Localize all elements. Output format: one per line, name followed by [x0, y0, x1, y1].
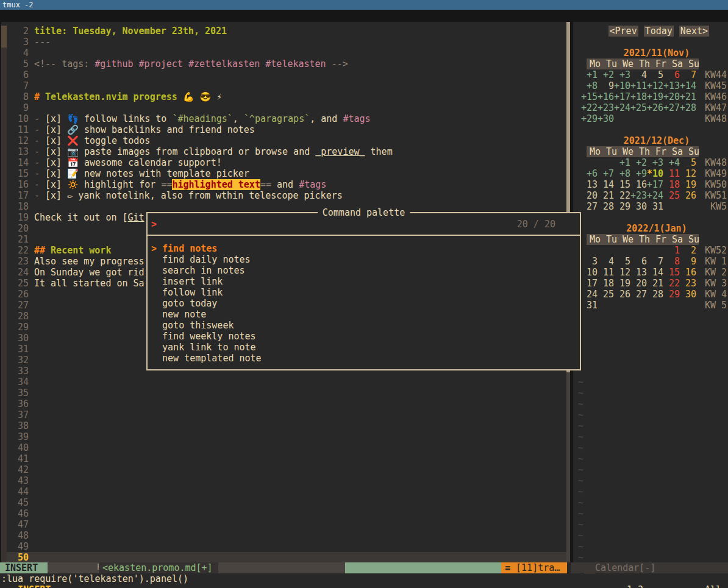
day-number[interactable]: 13: [587, 179, 598, 190]
calendar-day[interactable]: +26: [647, 102, 663, 113]
calendar-day[interactable]: +2: [630, 157, 647, 168]
day-number[interactable]: 19: [685, 179, 696, 190]
day-number[interactable]: 3: [592, 256, 598, 267]
day-number[interactable]: +8: [619, 168, 630, 179]
palette-item[interactable]: search in notes: [151, 265, 580, 276]
calendar-day[interactable]: 18: [663, 179, 680, 190]
day-number[interactable]: 21: [603, 190, 614, 201]
palette-item[interactable]: find weekly notes: [151, 331, 580, 342]
day-number[interactable]: 10: [587, 267, 598, 278]
calendar-day[interactable]: 5: [614, 256, 630, 267]
day-number[interactable]: 26: [619, 289, 630, 300]
day-number[interactable]: 11: [669, 168, 680, 179]
calendar-day[interactable]: +12: [647, 80, 663, 91]
calendar-day[interactable]: 8: [663, 256, 680, 267]
day-number[interactable]: 25: [669, 190, 680, 201]
day-number[interactable]: 6: [674, 69, 680, 80]
calendar-day[interactable]: *10: [647, 168, 663, 179]
calendar-day[interactable]: 15: [614, 179, 630, 190]
calendar-day[interactable]: 25: [663, 190, 680, 201]
palette-item[interactable]: > find notes: [151, 243, 580, 254]
today-button[interactable]: Today: [644, 26, 674, 37]
calendar-day[interactable]: 21: [598, 190, 614, 201]
calendar-day[interactable]: +19: [647, 91, 663, 102]
calendar-day[interactable]: 10: [581, 267, 598, 278]
calendar-day[interactable]: 27: [630, 289, 647, 300]
day-number[interactable]: 5: [658, 69, 663, 80]
day-number[interactable]: +17: [647, 179, 663, 190]
calendar-day[interactable]: 4: [630, 69, 647, 80]
day-number[interactable]: +7: [603, 168, 614, 179]
day-number[interactable]: +1: [619, 157, 630, 168]
calendar-day[interactable]: 16: [680, 267, 696, 278]
day-number[interactable]: 26: [685, 190, 696, 201]
calendar-day[interactable]: +3: [647, 157, 663, 168]
calendar-day[interactable]: 5: [680, 157, 696, 168]
day-number[interactable]: 20: [636, 278, 647, 289]
calendar-day[interactable]: 14: [598, 179, 614, 190]
day-number[interactable]: +26: [647, 102, 663, 113]
day-number[interactable]: 15: [619, 179, 630, 190]
calendar-day[interactable]: +27: [663, 102, 680, 113]
calendar-day[interactable]: +3: [614, 69, 630, 80]
day-number[interactable]: +16: [598, 91, 614, 102]
day-number[interactable]: 30: [636, 201, 647, 212]
day-number[interactable]: +8: [587, 80, 598, 91]
calendar-day[interactable]: 7: [647, 256, 663, 267]
day-number[interactable]: 22: [669, 278, 680, 289]
day-number[interactable]: 2: [691, 245, 696, 256]
calendar-day[interactable]: +1: [614, 157, 630, 168]
day-number[interactable]: 6: [641, 256, 647, 267]
calendar-day[interactable]: +23: [630, 190, 647, 201]
calendar-day[interactable]: +8: [581, 80, 598, 91]
calendar-day[interactable]: +25: [630, 102, 647, 113]
day-number[interactable]: +13: [663, 80, 680, 91]
palette-item[interactable]: yank link to note: [151, 342, 580, 353]
calendar-day[interactable]: +21: [680, 91, 696, 102]
day-number[interactable]: 14: [652, 267, 663, 278]
calendar-day[interactable]: +17: [647, 179, 663, 190]
day-number[interactable]: +9: [636, 168, 647, 179]
day-number[interactable]: 14: [603, 179, 614, 190]
day-number[interactable]: +3: [652, 157, 663, 168]
day-number[interactable]: 22: [619, 190, 630, 201]
calendar-day[interactable]: 2: [680, 245, 696, 256]
day-number[interactable]: 4: [608, 256, 614, 267]
calendar-day[interactable]: +13: [663, 80, 680, 91]
calendar-day[interactable]: 29: [614, 201, 630, 212]
day-number[interactable]: +2: [636, 157, 647, 168]
calendar-day[interactable]: 30: [680, 289, 696, 300]
calendar-day[interactable]: 9: [680, 256, 696, 267]
day-number[interactable]: 29: [619, 201, 630, 212]
calendar-day[interactable]: 5: [647, 69, 663, 80]
day-number[interactable]: +19: [647, 91, 663, 102]
calendar-day[interactable]: 20: [581, 190, 598, 201]
calendar-day[interactable]: 4: [598, 256, 614, 267]
calendar-day[interactable]: +29: [581, 113, 598, 124]
calendar-day[interactable]: 13: [630, 267, 647, 278]
palette-item[interactable]: new note: [151, 309, 580, 320]
day-number[interactable]: 18: [603, 278, 614, 289]
palette-item[interactable]: find daily notes: [151, 254, 580, 265]
calendar-day[interactable]: 31: [581, 300, 598, 311]
day-number[interactable]: 27: [587, 201, 598, 212]
calendar-day[interactable]: 11: [663, 168, 680, 179]
calendar-day[interactable]: 16: [630, 179, 647, 190]
day-number[interactable]: 31: [587, 300, 598, 311]
day-number[interactable]: 30: [685, 289, 696, 300]
calendar-day[interactable]: +9: [630, 168, 647, 179]
day-number[interactable]: 18: [669, 179, 680, 190]
calendar-day[interactable]: 19: [680, 179, 696, 190]
day-number[interactable]: +6: [587, 168, 598, 179]
calendar-day[interactable]: 14: [647, 267, 663, 278]
calendar-day[interactable]: 23: [680, 278, 696, 289]
day-number[interactable]: 1: [674, 245, 680, 256]
day-number[interactable]: 7: [691, 69, 696, 80]
calendar-day[interactable]: +23: [598, 102, 614, 113]
calendar-day[interactable]: 20: [630, 278, 647, 289]
day-number[interactable]: +15: [581, 91, 598, 102]
day-number[interactable]: 21: [652, 278, 663, 289]
calendar-day[interactable]: +10: [614, 80, 630, 91]
prev-month-button[interactable]: <Prev: [608, 26, 638, 37]
day-number[interactable]: +29: [581, 113, 598, 124]
